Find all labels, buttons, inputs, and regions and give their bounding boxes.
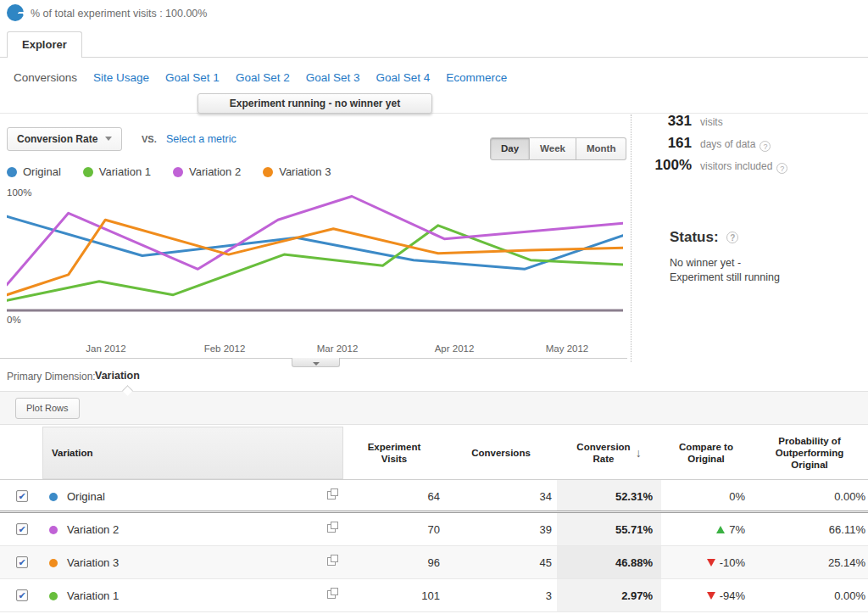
column-header-variation-label: Variation [52, 448, 93, 458]
series-color-dot [49, 559, 58, 567]
table-row-variation-3: ✔Variation 3964546.88%-10%25.14% [0, 546, 868, 579]
experiment-visits-summary: % of total experiment visits : 100.00% [31, 8, 207, 20]
analytics-experiment-report: % of total experiment visits : 100.00% E… [0, 0, 868, 614]
stat-label: days of data? [700, 138, 771, 152]
chart-legend: OriginalVariation 1Variation 2Variation … [7, 165, 331, 178]
variation-name: Variation 3 [67, 556, 119, 569]
compare-text: 0% [729, 490, 745, 503]
plot-rows-button[interactable]: Plot Rows [15, 398, 80, 419]
table-header: Variation ExperimentVisitsConversionsCon… [0, 425, 868, 480]
nav-item-goal-set-4[interactable]: Goal Set 4 [376, 71, 430, 84]
nav-item-conversions[interactable]: Conversions [14, 71, 77, 84]
legend-item-variation-1[interactable]: Variation 1 [83, 165, 151, 178]
probability-value: 25.14% [828, 556, 865, 569]
conversion-rate-value: 52.31% [615, 490, 653, 503]
variation-name: Original [67, 490, 105, 503]
select-a-metric-link[interactable]: Select a metric [166, 133, 236, 145]
help-icon[interactable]: ? [776, 163, 787, 174]
row-checkbox[interactable]: ✔ [16, 589, 28, 601]
chevron-down-icon [313, 362, 320, 366]
status-text-line2: Experiment still running [670, 271, 780, 283]
stat-value: 331 [668, 113, 692, 130]
column-header-conversion[interactable]: ConversionRate↓ [557, 425, 661, 480]
compare-to-original-value: 7% [716, 523, 745, 536]
legend-item-variation-2[interactable]: Variation 2 [173, 165, 241, 178]
column-header-compare-to[interactable]: Compare toOriginal [661, 425, 751, 480]
granularity-week-button[interactable]: Week [530, 137, 576, 160]
legend-item-original[interactable]: Original [7, 165, 61, 178]
primary-dimension-variation[interactable]: Variation [95, 370, 140, 382]
arrow-down-icon [707, 592, 715, 600]
legend-label: Variation 1 [99, 165, 151, 178]
row-checkbox[interactable]: ✔ [16, 556, 28, 568]
column-header-conversions[interactable]: Conversions [445, 425, 557, 480]
compare-to-original-value: -94% [707, 589, 745, 602]
legend-label: Variation 3 [279, 165, 331, 178]
probability-value: 0.00% [834, 490, 865, 503]
arrow-down-icon [707, 559, 715, 567]
legend-item-variation-3[interactable]: Variation 3 [263, 165, 331, 178]
series-color-dot [49, 592, 58, 600]
experiment-status-banner: Experiment running - no winner yet [198, 93, 432, 114]
compare-to-original-value: -10% [707, 556, 745, 569]
legend-label: Variation 2 [189, 165, 241, 178]
help-icon[interactable]: ? [760, 141, 771, 152]
stat-value: 161 [668, 135, 692, 152]
open-in-new-window-icon[interactable] [327, 590, 336, 599]
row-checkbox[interactable]: ✔ [16, 523, 28, 535]
conversion-rate-value: 46.88% [615, 556, 653, 569]
experiment-pie-icon [7, 4, 24, 21]
stat-label: visitors included? [700, 160, 787, 174]
compare-text: -10% [720, 556, 745, 569]
status-heading: Status: ? [670, 229, 738, 246]
compare-text: -94% [720, 589, 745, 602]
column-header-label: ExperimentVisits [368, 441, 421, 465]
chart-collapse-handle[interactable] [292, 358, 340, 367]
nav-item-goal-set-2[interactable]: Goal Set 2 [236, 71, 290, 84]
status-heading-label: Status: [670, 229, 719, 245]
table-row-variation-2: ✔Variation 2703955.71%7%66.11% [0, 513, 868, 546]
column-header-probability-of[interactable]: Probability ofOutperformingOriginal [751, 425, 868, 480]
x-axis-tick-label: Jan 2012 [76, 343, 136, 354]
nav-item-goal-set-1[interactable]: Goal Set 1 [165, 71, 220, 84]
x-axis-tick-label: Mar 2012 [308, 343, 367, 354]
conversions-value: 34 [540, 490, 552, 503]
vs-label: VS. [142, 134, 157, 144]
column-header-label: Probability ofOutperformingOriginal [776, 435, 844, 471]
open-in-new-window-icon[interactable] [327, 491, 336, 500]
column-header-label: Compare toOriginal [679, 441, 733, 465]
experiment-visits-value: 101 [421, 589, 440, 602]
open-in-new-window-icon[interactable] [327, 524, 336, 533]
conversion-rate-value: 2.97% [621, 589, 653, 602]
conversions-value: 45 [540, 556, 552, 569]
sidebar-divider [631, 114, 632, 362]
legend-dot-icon [7, 167, 17, 177]
stat-value: 100% [655, 157, 692, 174]
column-header-experiment[interactable]: ExperimentVisits [343, 425, 445, 480]
status-text-line1: No winner yet - [670, 257, 741, 269]
column-header-label: Conversions [471, 447, 531, 459]
variation-table: ✔Original643452.31%0%0.00%✔Variation 270… [0, 480, 868, 612]
x-axis-tick-label: May 2012 [537, 343, 597, 354]
series-color-dot [49, 526, 58, 534]
metric-dropdown[interactable]: Conversion Rate [7, 127, 122, 151]
row-checkbox[interactable]: ✔ [16, 490, 28, 502]
tab-explorer[interactable]: Explorer [7, 31, 82, 58]
stat-row: 100%visitors included? [634, 155, 863, 177]
column-header-variation[interactable]: Variation [42, 427, 343, 479]
experiment-visits-value: 96 [428, 556, 440, 569]
stat-label: visits [700, 116, 723, 128]
granularity-month-button[interactable]: Month [576, 137, 626, 160]
nav-item-ecommerce[interactable]: Ecommerce [446, 71, 507, 84]
open-in-new-window-icon[interactable] [327, 557, 336, 566]
legend-label: Original [23, 165, 61, 178]
help-icon[interactable]: ? [726, 232, 738, 243]
experiment-visits-value: 70 [428, 523, 440, 536]
goal-set-nav: ConversionsSite UsageGoal Set 1Goal Set … [14, 71, 507, 84]
granularity-day-button[interactable]: Day [490, 137, 530, 160]
variation-name: Variation 2 [67, 523, 119, 536]
x-axis-tick-label: Feb 2012 [195, 343, 254, 354]
column-header-label: ConversionRate [576, 441, 630, 465]
nav-item-site-usage[interactable]: Site Usage [93, 71, 149, 84]
nav-item-goal-set-3[interactable]: Goal Set 3 [306, 71, 360, 84]
